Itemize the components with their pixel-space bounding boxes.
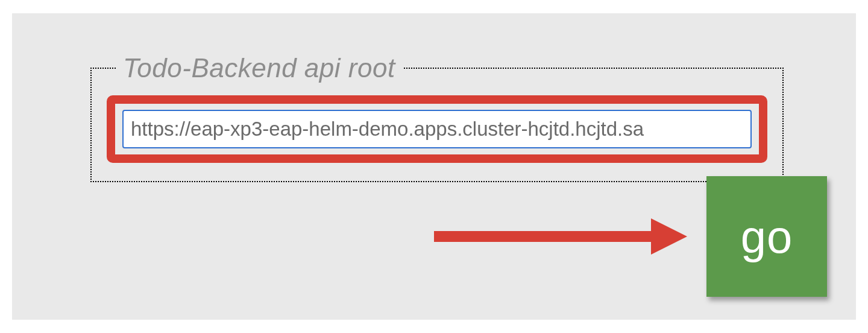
content-panel: Todo-Backend api root go <box>12 13 856 320</box>
svg-marker-1 <box>651 218 687 255</box>
input-highlight-box <box>107 95 767 163</box>
api-root-url-input[interactable] <box>122 110 752 148</box>
arrow-right-icon <box>434 218 687 255</box>
api-root-fieldset: Todo-Backend api root <box>90 53 784 182</box>
fieldset-legend: Todo-Backend api root <box>116 53 403 83</box>
go-button[interactable]: go <box>706 176 827 297</box>
